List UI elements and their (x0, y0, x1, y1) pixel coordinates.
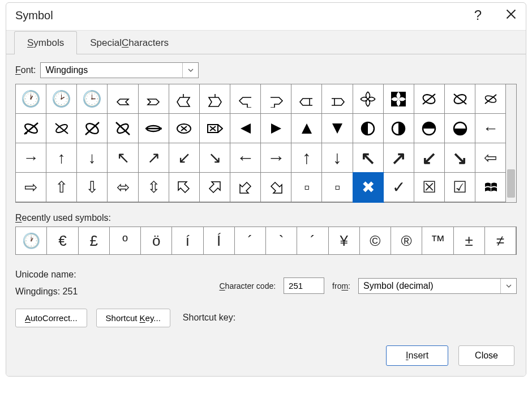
symbol-cell[interactable]: 🕐 (16, 84, 46, 114)
symbol-cell[interactable] (291, 84, 322, 114)
scrollbar-track[interactable] (506, 84, 516, 202)
symbol-cell[interactable] (169, 173, 200, 202)
recent-symbol-cell[interactable]: í (172, 227, 203, 254)
recent-symbol-cell[interactable]: £ (79, 227, 110, 254)
symbol-cell[interactable]: ✖ (353, 173, 384, 202)
symbol-cell[interactable]: ↖ (108, 143, 138, 173)
close-button[interactable]: Close (458, 345, 514, 366)
symbol-cell[interactable]: ↘ (200, 143, 230, 173)
symbol-cell[interactable]: → (16, 143, 46, 173)
symbol-cell[interactable]: ↙ (169, 143, 200, 173)
symbol-cell[interactable] (414, 114, 445, 143)
symbol-cell[interactable] (261, 173, 291, 202)
recent-symbol-cell[interactable]: ´ (297, 227, 328, 254)
symbol-cell[interactable] (200, 173, 230, 202)
symbol-cell[interactable]: ↙ (414, 143, 445, 173)
symbol-cell[interactable]: 🕒 (77, 84, 108, 114)
font-input[interactable] (41, 63, 182, 78)
symbol-cell[interactable] (200, 84, 230, 114)
symbol-cell[interactable]: ↖ (353, 143, 384, 173)
symbol-cell[interactable] (230, 114, 261, 143)
symbol-cell[interactable]: ↓ (77, 143, 108, 173)
recent-symbol-cell[interactable]: ö (141, 227, 172, 254)
symbol-cell[interactable] (445, 114, 475, 143)
symbol-cell[interactable] (139, 84, 169, 114)
font-dropdown-button[interactable] (182, 63, 198, 78)
font-combo[interactable] (40, 62, 199, 78)
close-window-icon[interactable] (505, 8, 517, 22)
recent-symbol-cell[interactable]: 🕐 (16, 227, 47, 254)
symbol-cell[interactable] (322, 114, 353, 143)
from-dropdown-button[interactable] (500, 279, 516, 293)
symbol-cell[interactable] (139, 114, 169, 143)
symbol-cell[interactable]: ▫ (322, 173, 353, 202)
recent-symbol-cell[interactable]: ´ (235, 227, 266, 254)
symbol-cell[interactable] (169, 84, 200, 114)
symbol-cell[interactable]: ⬄ (108, 173, 138, 202)
shortcut-key-label: Shortcut key: (183, 313, 235, 323)
symbol-cell[interactable] (322, 84, 353, 114)
recent-symbol-cell[interactable]: ± (454, 227, 485, 254)
recent-symbol-cell[interactable]: ¥ (329, 227, 360, 254)
charcode-block: Character code: from: (219, 277, 517, 294)
symbol-cell[interactable]: ⇧ (46, 173, 77, 202)
symbol-cell[interactable] (445, 84, 475, 114)
symbol-cell[interactable]: ☑ (445, 173, 475, 202)
symbol-cell[interactable] (108, 84, 138, 114)
recent-symbol-cell[interactable]: © (360, 227, 391, 254)
symbol-cell[interactable] (230, 173, 261, 202)
from-input[interactable] (359, 279, 500, 293)
autocorrect-button[interactable]: AutoCorrect... (15, 309, 87, 327)
symbol-cell[interactable] (475, 84, 506, 114)
symbol-cell[interactable] (261, 84, 291, 114)
symbol-cell[interactable]: → (261, 143, 291, 173)
symbol-cell[interactable]: ☒ (414, 173, 445, 202)
scrollbar-thumb[interactable] (507, 169, 515, 198)
recent-symbol-cell[interactable]: ` (266, 227, 297, 254)
symbol-cell[interactable] (353, 114, 384, 143)
symbol-cell[interactable] (46, 114, 77, 143)
symbol-cell[interactable] (291, 114, 322, 143)
recent-symbol-cell[interactable]: ™ (422, 227, 453, 254)
symbol-cell[interactable] (77, 114, 108, 143)
symbol-cell[interactable]: ↑ (46, 143, 77, 173)
symbol-cell[interactable] (16, 114, 46, 143)
symbol-cell[interactable] (261, 114, 291, 143)
symbol-cell[interactable] (475, 173, 506, 202)
tab-special-characters[interactable]: SpecialCharacters (77, 31, 182, 54)
symbol-cell[interactable]: ⇩ (77, 173, 108, 202)
symbol-cell[interactable]: ← (230, 143, 261, 173)
help-icon[interactable]: ? (474, 8, 482, 22)
insert-button[interactable]: Insert (386, 345, 448, 366)
symbol-cell[interactable]: ↗ (139, 143, 169, 173)
recent-symbol-cell[interactable]: € (47, 227, 78, 254)
from-combo[interactable] (358, 278, 517, 294)
symbol-cell[interactable]: ↓ (322, 143, 353, 173)
symbol-cell[interactable]: 🕑 (46, 84, 77, 114)
symbol-cell[interactable] (353, 84, 384, 114)
symbol-cell[interactable] (384, 114, 414, 143)
shortcut-key-button[interactable]: Shortcut Key... (96, 309, 170, 327)
tab-symbols[interactable]: Symbols (14, 31, 77, 54)
symbol-cell[interactable]: ⇨ (16, 173, 46, 202)
symbol-cell[interactable]: ▫ (291, 173, 322, 202)
symbol-cell[interactable]: ↘ (445, 143, 475, 173)
symbol-cell[interactable] (414, 84, 445, 114)
symbol-cell[interactable] (169, 114, 200, 143)
recent-symbol-cell[interactable]: ≠ (485, 227, 516, 254)
recent-symbol-cell[interactable]: º (110, 227, 141, 254)
symbol-cell[interactable]: ← (475, 114, 506, 143)
symbol-cell[interactable] (108, 114, 138, 143)
symbol-cell[interactable]: ⇦ (475, 143, 506, 173)
recent-symbol-cell[interactable]: Í (204, 227, 235, 254)
titlebar: Symbol ? (6, 3, 526, 30)
symbol-cell[interactable] (384, 84, 414, 114)
symbol-cell[interactable]: ✓ (384, 173, 414, 202)
symbol-cell[interactable]: ⇳ (139, 173, 169, 202)
symbol-cell[interactable] (200, 114, 230, 143)
symbol-cell[interactable]: ↑ (291, 143, 322, 173)
symbol-cell[interactable] (230, 84, 261, 114)
recent-symbol-cell[interactable]: ® (391, 227, 422, 254)
symbol-cell[interactable]: ↗ (384, 143, 414, 173)
character-code-input[interactable] (284, 277, 324, 294)
